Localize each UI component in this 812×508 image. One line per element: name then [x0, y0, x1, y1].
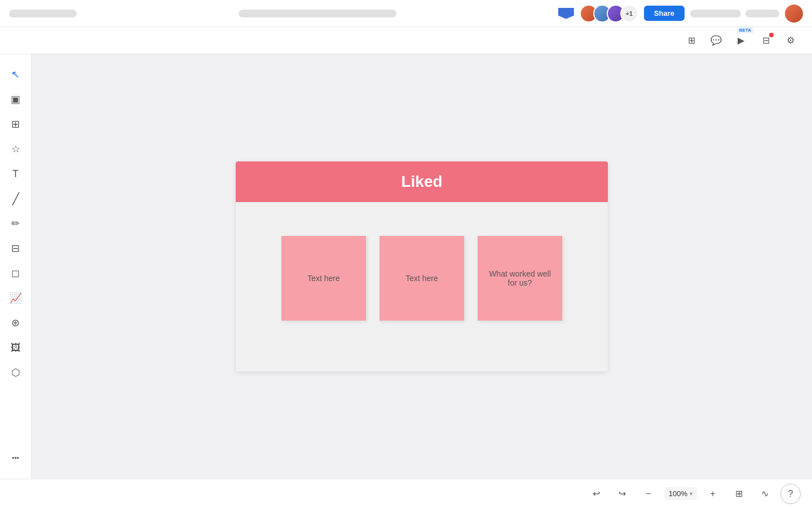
embed-tool[interactable]: ⬡ — [5, 361, 27, 384]
image-tool[interactable]: 🖼 — [5, 336, 27, 359]
header-bar-right — [690, 10, 779, 17]
board-title: Liked — [247, 173, 597, 191]
table-tool[interactable]: ⊟ — [5, 237, 27, 260]
share-button[interactable]: Share — [644, 6, 685, 21]
sidebar: ↖ ▣ ⊞ ☆ T ╱ ✏ ⊟ ◻ 📈 ⊛ 🖼 ⬡ ••• — [0, 54, 32, 479]
pen-tool[interactable]: ✏ — [5, 212, 27, 235]
present-icon-wrap: ▶ BETA — [731, 30, 751, 51]
zoom-control[interactable]: 100% ▾ — [664, 487, 697, 500]
pages-icon[interactable]: ⊞ — [681, 30, 701, 51]
user-name-bar — [690, 10, 741, 17]
header-right: +1 Share — [558, 5, 803, 23]
header-left — [9, 10, 77, 17]
minimap-button[interactable]: ∿ — [754, 484, 775, 504]
select-tool[interactable]: ↖ — [5, 63, 27, 86]
more-tools[interactable]: ••• — [5, 447, 27, 470]
notification-dot — [769, 33, 774, 37]
present-icon[interactable]: ▶ BETA — [731, 30, 751, 51]
fit-to-screen-button[interactable]: ⊞ — [729, 484, 749, 504]
zoom-level[interactable]: 100% — [669, 489, 687, 498]
sticky-tool[interactable]: ◻ — [5, 262, 27, 284]
title-bar — [9, 10, 77, 17]
header: +1 Share — [0, 0, 812, 27]
board-body: Text here Text here What worked well for… — [236, 202, 608, 371]
bottom-bar: ↩ ↪ − 100% ▾ + ⊞ ∿ ? — [0, 479, 812, 508]
settings-icon-wrap: ⚙ — [780, 30, 801, 51]
sticky-note-1[interactable]: Text here — [281, 236, 366, 321]
components-tool[interactable]: ⊞ — [5, 113, 27, 135]
user-avatar[interactable] — [785, 5, 803, 23]
sticky-note-2[interactable]: Text here — [379, 236, 464, 321]
line-tool[interactable]: ╱ — [5, 187, 27, 210]
zoom-out-button[interactable]: − — [638, 484, 659, 504]
zoom-chevron: ▾ — [690, 491, 692, 497]
grid-icon[interactable]: ⊟ — [756, 30, 776, 51]
beta-badge: BETA — [737, 27, 753, 33]
favorites-tool[interactable]: ☆ — [5, 138, 27, 160]
main-area: ↖ ▣ ⊞ ☆ T ╱ ✏ ⊟ ◻ 📈 ⊛ 🖼 ⬡ ••• Liked Text… — [0, 54, 812, 479]
flag-icon — [558, 8, 574, 19]
board-header: Liked — [236, 161, 608, 202]
undo-button[interactable]: ↩ — [586, 484, 607, 504]
sticky-note-3[interactable]: What worked well for us? — [478, 236, 562, 321]
frames-tool[interactable]: ▣ — [5, 88, 27, 111]
chart-tool[interactable]: 📈 — [5, 287, 27, 309]
text-tool[interactable]: T — [5, 163, 27, 185]
grid-icon-wrap: ⊟ — [756, 30, 776, 51]
breadcrumb — [239, 10, 396, 17]
redo-button[interactable]: ↪ — [612, 484, 633, 504]
help-button[interactable]: ? — [780, 484, 801, 504]
comments-icon[interactable]: 💬 — [706, 30, 726, 51]
canvas[interactable]: Liked Text here Text here What worked we… — [32, 54, 812, 479]
comments-icon-wrap: 💬 — [706, 30, 726, 51]
collaborators: +1 — [580, 5, 638, 23]
settings-icon[interactable]: ⚙ — [780, 30, 801, 51]
second-toolbar: ⊞ 💬 ▶ BETA ⊟ ⚙ — [0, 27, 812, 54]
header-action-bar — [745, 10, 779, 17]
plus-collaborators: +1 — [620, 5, 638, 23]
board: Liked Text here Text here What worked we… — [236, 161, 608, 371]
mindmap-tool[interactable]: ⊛ — [5, 312, 27, 334]
zoom-in-button[interactable]: + — [703, 484, 723, 504]
pages-icon-wrap: ⊞ — [681, 30, 701, 51]
